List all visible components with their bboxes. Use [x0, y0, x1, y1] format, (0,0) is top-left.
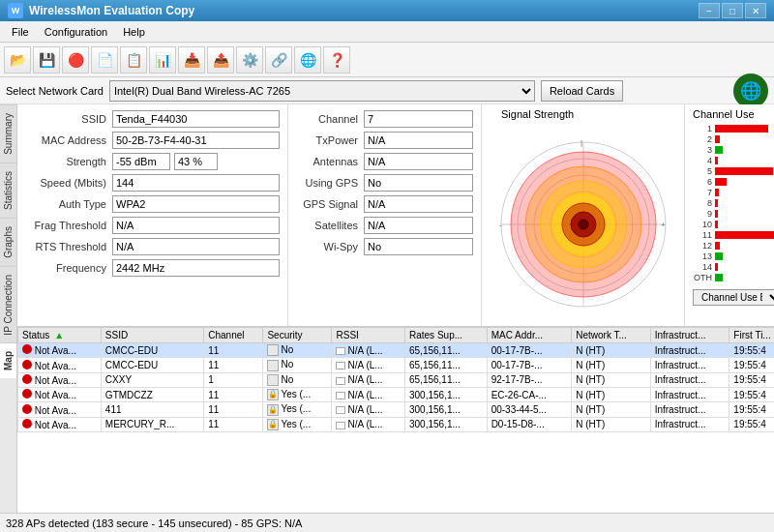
status-dot [22, 404, 32, 414]
wispy-label: Wi-Spy [296, 241, 364, 252]
maximize-button[interactable]: □ [722, 3, 743, 18]
toolbar-settings[interactable]: ⚙️ [236, 46, 263, 74]
toolbar-chart[interactable]: 📊 [149, 46, 176, 74]
cell-channel: 11 [204, 343, 263, 358]
cell-security: 🔒Yes (... [263, 402, 332, 417]
channel-bar [715, 157, 718, 164]
speed-label: Speed (Mbits) [25, 177, 112, 189]
table-row[interactable]: Not Ava... MERCURY_R... 11 🔒Yes (... N/A… [18, 417, 775, 431]
table-row[interactable]: Not Ava... 411 11 🔒Yes (... N/A (L... 30… [18, 402, 775, 417]
channel-bar [715, 178, 727, 186]
cell-infra: Infrastruct... [650, 343, 729, 358]
col-security[interactable]: Security [263, 328, 332, 343]
tab-map[interactable]: Map [0, 342, 16, 378]
channel-bar-row: 14 [693, 262, 774, 272]
channel-dropdown[interactable]: Channel Use B/G/N [693, 289, 774, 306]
cell-status: Not Ava... [18, 388, 102, 402]
toolbar-copy[interactable]: 📋 [120, 46, 147, 74]
cell-status: Not Ava... [18, 343, 102, 358]
tab-summary[interactable]: Summary [0, 104, 16, 163]
channel-bar [715, 199, 718, 207]
reload-cards-button[interactable]: Reload Cards [541, 80, 623, 102]
mac-label: MAC Address [25, 134, 112, 146]
cell-ssid: CXXY [101, 372, 203, 387]
col-rssi[interactable]: RSSI [332, 328, 405, 343]
cell-infra: Infrastruct... [650, 402, 729, 417]
strength-value: -55 dBm [112, 153, 170, 170]
cell-security: No [263, 358, 332, 372]
menu-configuration[interactable]: Configuration [37, 24, 115, 40]
titlebar: W WirelessMon Evaluation Copy − □ ✕ [0, 0, 774, 21]
window-title: WirelessMon Evaluation Copy [29, 4, 699, 17]
cell-mac: 00-17-7B-... [487, 343, 572, 358]
toolbar-open[interactable]: 📂 [4, 46, 31, 74]
cell-network: N (HT) [572, 417, 650, 431]
channel-bar-row: 10 [693, 220, 774, 229]
cell-security: 🔒Yes (... [263, 417, 332, 431]
close-button[interactable]: ✕ [745, 3, 766, 18]
strength-row: Strength -55 dBm 43 % [25, 153, 280, 170]
col-channel[interactable]: Channel [204, 328, 263, 343]
cell-rssi: N/A (L... [332, 372, 405, 387]
gps-row: Using GPS No [296, 174, 473, 192]
main-area: Summary Statistics Graphs IP Connection … [0, 104, 774, 513]
menu-file[interactable]: File [4, 24, 37, 40]
ssid-label: SSID [25, 113, 112, 125]
rts-label: RTS Threshold [25, 241, 112, 252]
cell-ssid: GTMDCZZ [101, 388, 203, 402]
gps-value: No [364, 174, 473, 192]
status-dot [22, 344, 32, 354]
toolbar-save[interactable]: 💾 [33, 46, 60, 74]
card-select-dropdown[interactable]: Intel(R) Dual Band Wireless-AC 7265 [109, 80, 535, 102]
table-row[interactable]: Not Ava... CXXY 1 No N/A (L... 65,156,11… [18, 372, 775, 387]
antennas-row: Antennas N/A [296, 153, 473, 170]
col-ssid[interactable]: SSID [101, 328, 203, 343]
toolbar-link[interactable]: 🔗 [265, 46, 292, 74]
menu-help[interactable]: Help [115, 24, 153, 40]
satellites-row: Satellites N/A [296, 217, 473, 234]
cell-rssi: N/A (L... [332, 343, 405, 358]
statusbar: 328 APs detected (183 secure - 145 unsec… [0, 513, 774, 532]
tab-graphs[interactable]: Graphs [0, 218, 16, 266]
antennas-value: N/A [364, 153, 473, 170]
cell-rssi: N/A (L... [332, 417, 405, 431]
cell-network: N (HT) [572, 388, 650, 402]
col-network[interactable]: Network T... [572, 328, 650, 343]
channel-bar [715, 231, 774, 239]
minimize-button[interactable]: − [699, 3, 720, 18]
wispy-value: No [364, 238, 473, 255]
cell-status: Not Ava... [18, 402, 102, 417]
toolbar-new[interactable]: 📄 [91, 46, 118, 74]
col-mac[interactable]: MAC Addr... [487, 328, 572, 343]
table-row[interactable]: Not Ava... CMCC-EDU 11 No N/A (L... 65,1… [18, 343, 775, 358]
cell-rates: 300,156,1... [405, 402, 488, 417]
cell-ssid: MERCURY_R... [101, 417, 203, 431]
toolbar-help[interactable]: ❓ [323, 46, 350, 74]
radar-svg: + - | [496, 137, 670, 311]
txpower-value: N/A [364, 132, 473, 149]
cell-infra: Infrastruct... [650, 388, 729, 402]
col-first[interactable]: First Ti... [729, 328, 774, 343]
toolbar-stop[interactable]: 🔴 [62, 46, 89, 74]
toolbar-globe[interactable]: 🌐 [294, 46, 321, 74]
table-section[interactable]: Status ▲ SSID Channel Security RSSI Rate… [17, 327, 774, 513]
cell-network: N (HT) [572, 358, 650, 372]
cell-first: 19:55:4 [729, 388, 774, 402]
antennas-label: Antennas [296, 156, 364, 167]
svg-text:+: + [661, 221, 666, 229]
col-rates[interactable]: Rates Sup... [405, 328, 488, 343]
col-infra[interactable]: Infrastruct... [650, 328, 729, 343]
toolbar-export[interactable]: 📤 [207, 46, 234, 74]
channel-number: 5 [693, 166, 712, 176]
cell-rates: 65,156,11... [405, 343, 488, 358]
col-status[interactable]: Status ▲ [18, 328, 102, 343]
toolbar-import[interactable]: 📥 [178, 46, 205, 74]
window-controls: − □ ✕ [699, 3, 766, 18]
channel-number: 10 [693, 220, 712, 229]
tab-ip-connection[interactable]: IP Connection [0, 266, 16, 343]
table-row[interactable]: Not Ava... GTMDCZZ 11 🔒Yes (... N/A (L..… [18, 388, 775, 402]
status-text: 328 APs detected (183 secure - 145 unsec… [6, 517, 302, 529]
table-row[interactable]: Not Ava... CMCC-EDU 11 No N/A (L... 65,1… [18, 358, 775, 372]
tab-statistics[interactable]: Statistics [0, 163, 16, 218]
channel-number: 6 [693, 177, 712, 187]
